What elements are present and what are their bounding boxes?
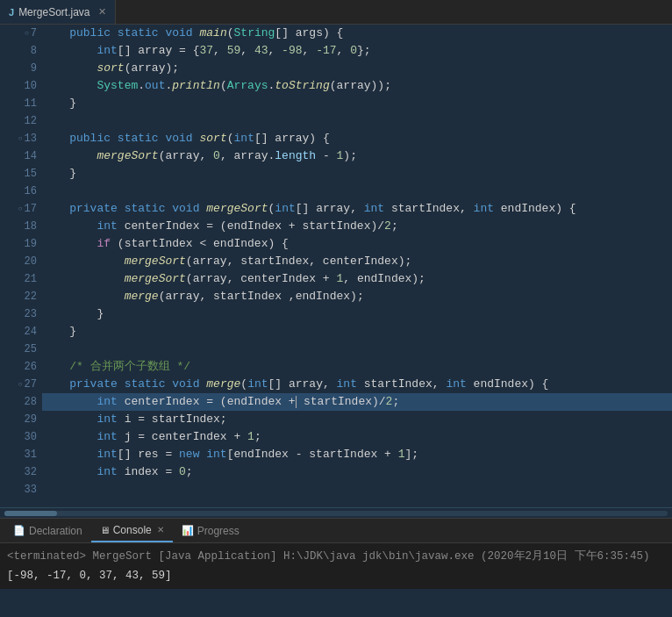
line-number: 32 — [0, 463, 42, 481]
line-number: 24 — [0, 323, 42, 341]
line-number: 29 — [0, 411, 42, 428]
line-number: 28 — [0, 393, 42, 411]
code-content-area[interactable]: public static void main(String[] args) {… — [42, 25, 672, 507]
code-line: int index = 0; — [42, 463, 672, 481]
console-label: Console — [113, 524, 152, 536]
line-number: 10 — [0, 77, 42, 95]
line-number: 14 — [0, 147, 42, 165]
panel-tab-bar: 📄 Declaration 🖥 Console ✕ 📊 Progress — [0, 519, 672, 543]
code-line — [42, 341, 672, 358]
file-tab-label: MergeSort.java — [18, 6, 89, 18]
console-terminated-line: <terminated> MergeSort [Java Application… — [7, 547, 665, 566]
console-icon: 🖥 — [100, 525, 110, 535]
code-editor: ○789101112○13141516○17181920212223242526… — [0, 25, 672, 507]
code-line: if (startIndex < endIndex) { — [42, 235, 672, 253]
code-line: private static void mergeSort(int[] arra… — [42, 200, 672, 218]
code-line: /* 合并两个子数组 */ — [42, 358, 672, 376]
code-line: } — [42, 305, 672, 323]
code-line: } — [42, 95, 672, 112]
line-number: ○7 — [0, 25, 42, 42]
line-number: 18 — [0, 218, 42, 235]
horizontal-scrollbar[interactable] — [0, 507, 672, 518]
code-line: int[] res = new int[endIndex - startInde… — [42, 446, 672, 463]
code-line: mergeSort(array, 0, array.length - 1); — [42, 147, 672, 165]
line-number: 20 — [0, 253, 42, 270]
line-number: 25 — [0, 341, 42, 358]
line-number: 9 — [0, 60, 42, 77]
code-line: sort(array); — [42, 60, 672, 77]
code-line: int j = centerIndex + 1; — [42, 428, 672, 446]
line-number: ○17 — [0, 200, 42, 218]
code-line: merge(array, startIndex ,endIndex); — [42, 288, 672, 305]
tab-declaration[interactable]: 📄 Declaration — [4, 519, 91, 542]
console-close-icon[interactable]: ✕ — [157, 525, 164, 534]
scroll-thumb[interactable] — [4, 511, 57, 516]
tab-console[interactable]: 🖥 Console ✕ — [91, 519, 173, 542]
code-line — [42, 112, 672, 130]
line-number: 30 — [0, 428, 42, 446]
progress-label: Progress — [197, 525, 239, 537]
tab-bar: J MergeSort.java ✕ — [0, 0, 672, 25]
code-line: private static void merge(int[] array, i… — [42, 376, 672, 393]
code-line — [42, 481, 672, 499]
line-number: ○13 — [0, 130, 42, 147]
console-output-line: [-98, -17, 0, 37, 43, 59] — [7, 566, 665, 585]
line-number: 21 — [0, 270, 42, 288]
line-number: 22 — [0, 288, 42, 305]
tab-close-icon[interactable]: ✕ — [98, 6, 106, 18]
bottom-panel: 📄 Declaration 🖥 Console ✕ 📊 Progress <te… — [0, 518, 672, 589]
java-file-icon: J — [9, 7, 14, 18]
tab-progress[interactable]: 📊 Progress — [173, 519, 248, 542]
code-line: int[] array = {37, 59, 43, -98, -17, 0}; — [42, 42, 672, 60]
console-content: <terminated> MergeSort [Java Application… — [0, 543, 672, 589]
line-number: 33 — [0, 481, 42, 499]
line-number: 11 — [0, 95, 42, 112]
code-line: mergeSort(array, startIndex, centerIndex… — [42, 253, 672, 270]
line-number: 8 — [0, 42, 42, 60]
code-line: int i = startIndex; — [42, 411, 672, 428]
code-line: System.out.println(Arrays.toString(array… — [42, 77, 672, 95]
code-line: int centerIndex = (endIndex + startIndex… — [42, 393, 672, 411]
declaration-label: Declaration — [29, 525, 82, 537]
scroll-track — [4, 511, 668, 516]
line-number: 15 — [0, 165, 42, 183]
line-number: 19 — [0, 235, 42, 253]
code-line: } — [42, 165, 672, 183]
code-line: public static void sort(int[] array) { — [42, 130, 672, 147]
progress-icon: 📊 — [182, 525, 194, 536]
declaration-icon: 📄 — [13, 525, 25, 536]
line-number: 31 — [0, 446, 42, 463]
code-line: } — [42, 323, 672, 341]
code-line: public static void main(String[] args) { — [42, 25, 672, 42]
code-line — [42, 183, 672, 200]
line-number: 26 — [0, 358, 42, 376]
line-number: 16 — [0, 183, 42, 200]
code-line: mergeSort(array, centerIndex + 1, endInd… — [42, 270, 672, 288]
code-line: int centerIndex = (endIndex + startIndex… — [42, 218, 672, 235]
line-number: 12 — [0, 112, 42, 130]
editor-window: J MergeSort.java ✕ ○789101112○13141516○1… — [0, 0, 672, 617]
line-number: ○27 — [0, 376, 42, 393]
line-numbers-column: ○789101112○13141516○17181920212223242526… — [0, 25, 42, 507]
file-tab[interactable]: J MergeSort.java ✕ — [0, 0, 116, 24]
line-number: 23 — [0, 305, 42, 323]
